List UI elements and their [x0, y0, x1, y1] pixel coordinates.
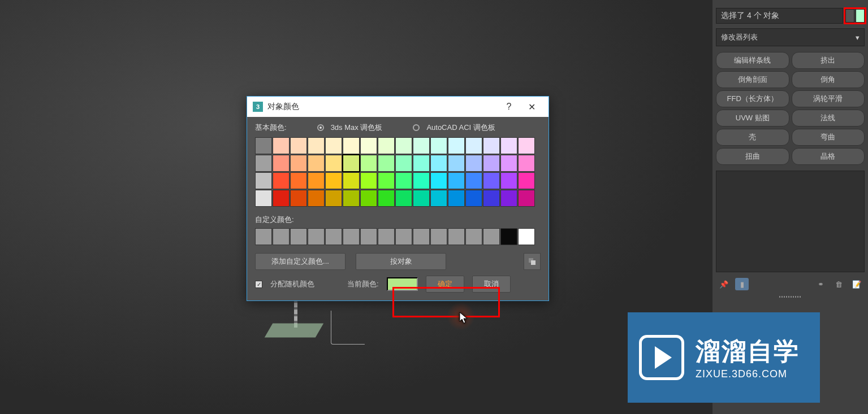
color-swatch[interactable]	[308, 190, 325, 207]
custom-color-swatch[interactable]	[483, 228, 500, 245]
modifier-stack[interactable]	[716, 171, 865, 272]
color-swatch[interactable]	[413, 137, 430, 154]
color-swatch[interactable]	[378, 190, 395, 207]
color-swatch[interactable]	[448, 172, 465, 189]
color-swatch[interactable]	[413, 190, 430, 207]
color-swatch[interactable]	[413, 155, 430, 172]
color-swatch[interactable]	[308, 155, 325, 172]
color-swatch[interactable]	[518, 190, 535, 207]
color-selector-icon[interactable]	[524, 253, 541, 270]
command-panel-tabs[interactable]	[712, 0, 868, 6]
color-swatch[interactable]	[343, 172, 360, 189]
custom-color-swatch[interactable]	[255, 228, 272, 245]
custom-color-swatch[interactable]	[273, 228, 290, 245]
color-swatch[interactable]	[255, 155, 272, 172]
current-color-swatch[interactable]	[856, 9, 865, 23]
color-swatch[interactable]	[395, 190, 412, 207]
color-swatch[interactable]	[465, 172, 482, 189]
color-swatch[interactable]	[465, 137, 482, 154]
modifier-list-dropdown[interactable]: 修改器列表 ▾	[716, 28, 865, 46]
color-swatch[interactable]	[325, 137, 342, 154]
dialog-titlebar[interactable]: 3 对象颜色 ? ✕	[247, 97, 549, 117]
color-swatch[interactable]	[430, 155, 447, 172]
custom-color-swatch[interactable]	[465, 228, 482, 245]
color-swatch[interactable]	[273, 172, 290, 189]
modifier-button[interactable]: 晶格	[792, 148, 865, 165]
modifier-button[interactable]: 弯曲	[792, 129, 865, 146]
color-swatch[interactable]	[308, 172, 325, 189]
color-swatch[interactable]	[448, 137, 465, 154]
color-swatch[interactable]	[378, 172, 395, 189]
custom-color-swatch[interactable]	[325, 228, 342, 245]
color-swatch[interactable]	[360, 172, 377, 189]
color-swatch[interactable]	[395, 155, 412, 172]
color-swatch[interactable]	[343, 155, 360, 172]
color-swatch[interactable]	[448, 155, 465, 172]
color-swatch[interactable]	[430, 172, 447, 189]
custom-color-swatch[interactable]	[343, 228, 360, 245]
modifier-button[interactable]: 编辑样条线	[716, 52, 789, 69]
color-swatch[interactable]	[325, 190, 342, 207]
custom-color-swatch[interactable]	[430, 228, 447, 245]
color-swatch[interactable]	[465, 155, 482, 172]
modifier-button[interactable]: 挤出	[792, 52, 865, 69]
color-swatch[interactable]	[483, 172, 500, 189]
color-swatch[interactable]	[518, 137, 535, 154]
modifier-button[interactable]: FFD（长方体）	[716, 90, 789, 107]
custom-color-swatch[interactable]	[290, 228, 307, 245]
color-swatch[interactable]	[448, 190, 465, 207]
custom-color-swatch[interactable]	[448, 228, 465, 245]
custom-color-swatch[interactable]	[395, 228, 412, 245]
custom-color-swatch[interactable]	[378, 228, 395, 245]
configure-sets-icon[interactable]: 📝	[850, 278, 863, 290]
panel-drag-handle[interactable]	[712, 294, 868, 300]
color-swatch[interactable]	[360, 190, 377, 207]
color-swatch[interactable]	[500, 190, 517, 207]
color-swatch[interactable]	[360, 155, 377, 172]
ok-button[interactable]: 确定	[426, 276, 464, 293]
color-swatch[interactable]	[308, 137, 325, 154]
color-swatch[interactable]	[500, 137, 517, 154]
modifier-button[interactable]: UVW 贴图	[716, 110, 789, 127]
custom-color-swatch[interactable]	[518, 228, 535, 245]
selection-name-input[interactable]	[716, 8, 843, 24]
color-swatch[interactable]	[343, 137, 360, 154]
color-swatch[interactable]	[290, 172, 307, 189]
custom-color-swatch[interactable]	[413, 228, 430, 245]
color-swatch[interactable]	[325, 155, 342, 172]
color-swatch[interactable]	[273, 190, 290, 207]
color-swatch[interactable]	[395, 172, 412, 189]
color-swatch[interactable]	[430, 190, 447, 207]
modifier-button[interactable]: 壳	[716, 129, 789, 146]
color-swatch[interactable]	[255, 190, 272, 207]
modifier-button[interactable]: 倒角剖面	[716, 71, 789, 88]
by-object-button[interactable]: 按对象	[356, 253, 446, 270]
color-swatch[interactable]	[483, 155, 500, 172]
close-button[interactable]: ✕	[520, 97, 543, 117]
add-custom-color-button[interactable]: 添加自定义颜色...	[255, 253, 346, 270]
color-swatch[interactable]	[483, 190, 500, 207]
color-swatch[interactable]	[290, 190, 307, 207]
color-swatch[interactable]	[273, 155, 290, 172]
pin-icon[interactable]: 📌	[717, 278, 731, 290]
assign-random-checkbox[interactable]: ✓	[255, 281, 262, 288]
color-swatch[interactable]	[255, 172, 272, 189]
color-swatch[interactable]	[500, 172, 517, 189]
help-button[interactable]: ?	[498, 97, 520, 117]
color-swatch[interactable]	[430, 137, 447, 154]
custom-color-swatch[interactable]	[360, 228, 377, 245]
modifier-button[interactable]: 扭曲	[716, 148, 789, 165]
color-swatch[interactable]	[483, 137, 500, 154]
color-swatch[interactable]	[378, 155, 395, 172]
color-swatch[interactable]	[465, 190, 482, 207]
radio-autocad-palette[interactable]	[413, 124, 420, 131]
color-swatch[interactable]	[343, 190, 360, 207]
modifier-button[interactable]: 倒角	[792, 71, 865, 88]
prev-color-swatch[interactable]	[845, 9, 854, 23]
color-swatch[interactable]	[360, 137, 377, 154]
make-unique-icon[interactable]: ⚭	[814, 278, 827, 290]
color-swatch[interactable]	[290, 155, 307, 172]
color-swatch[interactable]	[325, 172, 342, 189]
modifier-button[interactable]: 涡轮平滑	[792, 90, 865, 107]
cancel-button[interactable]: 取消	[472, 276, 511, 293]
